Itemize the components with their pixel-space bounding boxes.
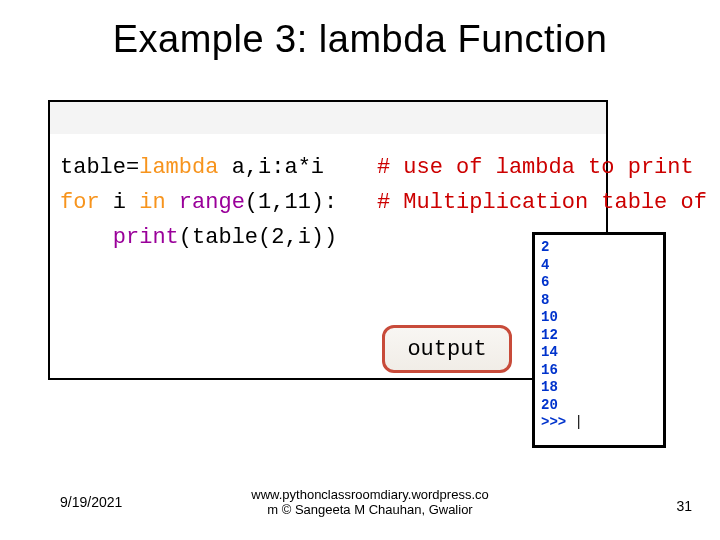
page-title: Example 3: lambda Function bbox=[0, 18, 720, 61]
output-value: 12 bbox=[541, 327, 657, 345]
token-gap bbox=[166, 190, 179, 215]
footer-line2: m © Sangeeta M Chauhan, Gwalior bbox=[267, 502, 472, 517]
output-label: output bbox=[382, 325, 512, 373]
footer-attribution: www.pythonclassroomdiary.wordpress.co m … bbox=[240, 487, 500, 518]
code-line-2: for i in range(1,11): # Multiplication t… bbox=[60, 185, 606, 220]
token-op: = bbox=[126, 155, 139, 180]
output-value: 14 bbox=[541, 344, 657, 362]
token-comment: # use of lambda to print bbox=[377, 155, 694, 180]
output-value: 18 bbox=[541, 379, 657, 397]
output-value: 16 bbox=[541, 362, 657, 380]
footer-date: 9/19/2021 bbox=[60, 494, 122, 510]
token-keyword: for bbox=[60, 190, 100, 215]
slide: Example 3: lambda Function table=lambda … bbox=[0, 0, 720, 540]
token-id: i bbox=[100, 190, 140, 215]
footer-page-number: 31 bbox=[676, 498, 692, 514]
code-line-3: print(table(2,i)) bbox=[60, 220, 606, 255]
code-top-bar bbox=[50, 102, 606, 134]
output-value: 2 bbox=[541, 239, 657, 257]
python-prompt: >>> bbox=[541, 414, 575, 430]
cursor-icon: | bbox=[575, 414, 583, 430]
token-gap bbox=[324, 155, 377, 180]
prompt-line: >>> | bbox=[541, 414, 657, 432]
output-value: 6 bbox=[541, 274, 657, 292]
output-value: 10 bbox=[541, 309, 657, 327]
code-block: table=lambda a,i:a*i # use of lambda to … bbox=[48, 100, 608, 380]
token-gap bbox=[337, 190, 377, 215]
token-var: table bbox=[60, 155, 126, 180]
token-indent bbox=[60, 225, 113, 250]
token-comment: # Multiplication table of a bbox=[377, 190, 720, 215]
token-keyword: lambda bbox=[139, 155, 218, 180]
token-keyword: in bbox=[139, 190, 165, 215]
token-args: a,i:a*i bbox=[218, 155, 324, 180]
code-line-1: table=lambda a,i:a*i # use of lambda to … bbox=[60, 150, 606, 185]
output-value: 8 bbox=[541, 292, 657, 310]
token-punc: (1,11): bbox=[245, 190, 337, 215]
token-punc: (table(2,i)) bbox=[179, 225, 337, 250]
token-builtin: print bbox=[113, 225, 179, 250]
output-value: 20 bbox=[541, 397, 657, 415]
output-box: 2 4 6 8 10 12 14 16 18 20 >>> | bbox=[532, 232, 666, 448]
footer-line1: www.pythonclassroomdiary.wordpress.co bbox=[251, 487, 488, 502]
token-builtin: range bbox=[179, 190, 245, 215]
output-value: 4 bbox=[541, 257, 657, 275]
